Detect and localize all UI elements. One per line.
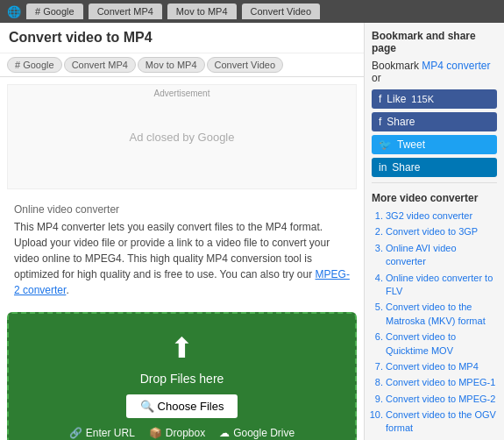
converter-list-item[interactable]: Convert video to 3GP [386,225,497,238]
nav-tab-1[interactable]: # Google [7,57,62,73]
mp4-converter-link[interactable]: MP4 converter [422,60,490,72]
linkedin-share-label: Share [392,161,420,174]
linkedin-share-button[interactable]: in Share [372,158,497,177]
description-title: Online video converter [14,203,350,216]
choose-files-button[interactable]: 🔍 Choose Files [126,394,238,418]
description-text: This MP4 converter lets you easily conve… [14,219,350,298]
extra-options: 🔗 Enter URL 📦 Dropbox ☁ Google Drive [26,427,337,439]
twitter-icon: 🐦 [379,138,392,151]
nav-tab-4[interactable]: Convert Video [207,57,284,73]
enter-url-label: Enter URL [86,427,135,439]
converter-list-item[interactable]: Online video converter to FLV [386,272,497,299]
like-count: 115K [411,94,434,104]
nav-tab-2[interactable]: Convert MP4 [64,57,136,73]
nav-tab-mov[interactable]: Mov to MP4 [167,4,237,19]
tweet-button[interactable]: 🐦 Tweet [372,135,497,154]
fb-share-label: Share [387,116,415,128]
top-bar: 🌐 # Google Convert MP4 Mov to MP4 Conver… [0,0,504,23]
converter-list-item[interactable]: Convert video to MPEG-1 [386,376,497,389]
drive-icon: ☁ [219,427,230,439]
linkedin-icon: in [379,161,387,174]
choose-files-label: Choose Files [158,400,224,413]
ad-section: Advertisement Ad closed by Google [7,84,357,189]
main-layout: Convert video to MP4 # Google Convert MP… [0,23,504,440]
converter-list-item[interactable]: Convert video to the Matroska (MKV) form… [386,301,497,328]
like-label: Like [387,93,406,105]
ad-label: Advertisement [154,89,210,98]
nav-tab-convert-mp4[interactable]: Convert MP4 [89,4,162,19]
page-title: Convert video to MP4 [0,23,364,53]
facebook-icon: f [379,93,381,105]
nav-tab-video[interactable]: Convert Video [242,4,321,19]
upload-icon: ⬆ [26,331,337,365]
tweet-label: Tweet [397,138,425,151]
converter-list-item[interactable]: Convert video to MPEG-2 [386,393,497,406]
link-icon: 🔗 [69,427,82,439]
drop-text: Drop Files here [26,372,337,386]
description-section: Online video converter This MP4 converte… [7,196,357,305]
converter-list: 3G2 video converterConvert video to 3GPO… [372,209,497,440]
like-button[interactable]: f Like 115K [372,89,497,109]
converter-list-item[interactable]: Convert video to MP4 [386,360,497,373]
converter-list-item[interactable]: 3G2 video converter [386,209,497,223]
left-panel: Convert video to MP4 # Google Convert MP… [0,23,364,440]
dropbox-option[interactable]: 📦 Dropbox [149,427,205,439]
bookmark-text: Bookmark MP4 converter or [372,60,497,84]
dropbox-icon: 📦 [149,427,162,439]
right-panel: Bookmark and share page Bookmark MP4 con… [364,23,504,440]
enter-url-option[interactable]: 🔗 Enter URL [69,427,135,439]
dropbox-label: Dropbox [166,427,205,439]
drop-zone[interactable]: ⬆ Drop Files here 🔍 Choose Files 🔗 Enter… [7,312,357,440]
more-converters-title: More video converter [372,192,497,204]
converter-list-item[interactable]: Online AVI video converter [386,242,497,269]
bookmark-section-title: Bookmark and share page [372,30,497,54]
divider [372,182,497,183]
nav-tab-google[interactable]: # Google [26,4,83,19]
nav-tab-3[interactable]: Mov to MP4 [138,57,205,73]
fb-share-button[interactable]: f Share [372,112,497,131]
converter-list-item[interactable]: Convert video to Quicktime MOV [386,330,497,358]
nav-tabs: # Google Convert MP4 Mov to MP4 Convert … [0,53,364,77]
browser-icon: 🌐 [7,5,21,18]
drive-label: Google Drive [233,427,295,439]
fb-share-icon: f [379,116,381,128]
converter-list-item[interactable]: Convert video to the OGV format [386,408,497,436]
google-drive-option[interactable]: ☁ Google Drive [219,427,295,439]
search-icon: 🔍 [140,400,154,413]
ad-content: Ad closed by Google [130,131,235,144]
